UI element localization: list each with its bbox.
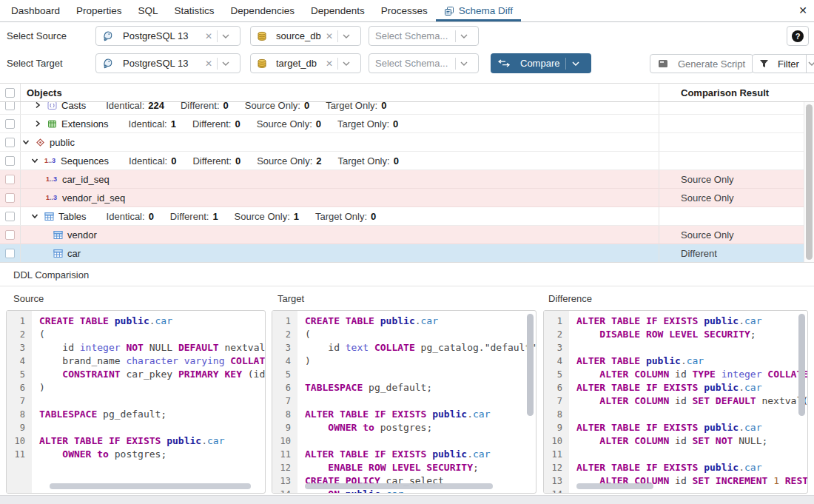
clear-icon[interactable]: ✕ — [205, 59, 212, 68]
chevron-down-icon[interactable] — [343, 61, 350, 66]
target-db-value: target_db — [276, 58, 321, 69]
code-line — [576, 408, 807, 421]
tab-properties[interactable]: Properties — [68, 0, 130, 21]
combo-divider — [217, 58, 218, 70]
target-schema-combo[interactable]: Select Schema... — [369, 53, 479, 73]
select-all-checkbox[interactable] — [5, 88, 15, 98]
chevron-down-icon — [808, 61, 814, 66]
expand-chevron-right-icon[interactable] — [34, 102, 41, 109]
object-label: Sequences — [61, 155, 109, 167]
code-line: ( — [39, 328, 265, 341]
tab-processes[interactable]: Processes — [373, 0, 436, 21]
object-label: Extensions — [61, 118, 109, 130]
sequence-icon: 1..3 — [44, 157, 56, 164]
horizontal-scrollbar-thumb[interactable] — [50, 483, 251, 489]
code-line: ALTER TABLE IF EXISTS public.car — [39, 434, 265, 448]
chevron-down-icon[interactable] — [572, 61, 579, 66]
source-server-combo[interactable]: PostgreSQL 13 ✕ — [95, 26, 240, 46]
row-public[interactable]: public — [0, 133, 814, 152]
row-casts[interactable]: CastsIdentical:224Different:0Source Only… — [0, 102, 814, 115]
code-line: ENABLE ROW LEVEL SECURITY; — [305, 461, 536, 474]
chevron-down-icon[interactable] — [343, 34, 350, 38]
comparison-result-value: Source Only — [659, 189, 814, 206]
select-target-row: Select Target PostgreSQL 13 ✕ target_db … — [0, 53, 479, 73]
row-vendor-id-seq[interactable]: 1..3vendor_id_seqSource Only — [0, 189, 814, 207]
expand-chevron-right-icon[interactable] — [34, 120, 41, 127]
code-line: OWNER to postgres; — [305, 421, 536, 434]
ddl-panel-headers: Source Target Difference — [0, 286, 814, 310]
tab-sql[interactable]: SQL — [130, 0, 166, 21]
row-checkbox[interactable] — [5, 193, 15, 203]
tab-label: Statistics — [175, 5, 215, 16]
row-checkbox[interactable] — [5, 230, 15, 240]
code-line: ALTER TABLE IF EXISTS public.car — [576, 461, 807, 474]
row-checkbox[interactable] — [5, 102, 15, 110]
row-checkbox[interactable] — [5, 212, 15, 221]
close-icon[interactable]: ✕ — [798, 4, 807, 16]
row-extensions[interactable]: ExtensionsIdentical:1Different:0Source O… — [0, 115, 814, 133]
code-line: ( — [305, 328, 536, 341]
chevron-down-icon[interactable] — [222, 34, 229, 38]
row-car[interactable]: carDifferent — [0, 244, 814, 262]
expand-chevron-down-icon[interactable] — [31, 212, 38, 220]
code-line — [305, 368, 536, 381]
compare-button[interactable]: Compare — [491, 53, 591, 73]
object-label: Tables — [58, 211, 87, 222]
chevron-down-icon[interactable] — [222, 61, 229, 66]
comparison-result-value: Source Only — [659, 226, 814, 243]
target-ddl-code: CREATE TABLE public.car( id text COLLATE… — [297, 311, 536, 493]
help-button[interactable]: ? — [787, 26, 809, 46]
source-ddl-editor: 1234567891011 CREATE TABLE public.car( i… — [6, 310, 266, 494]
chevron-down-icon[interactable] — [460, 34, 468, 38]
row-vendor[interactable]: vendorSource Only — [0, 226, 814, 244]
row-tables[interactable]: TablesIdentical:0Different:1Source Only:… — [0, 207, 814, 226]
source-database-combo[interactable]: source_db ✕ — [250, 26, 361, 46]
expand-chevron-down-icon[interactable] — [22, 138, 30, 146]
tab-schema-diff[interactable]: Schema Diff — [436, 0, 521, 21]
scrollbar-thumb[interactable] — [806, 104, 813, 260]
target-database-combo[interactable]: target_db ✕ — [250, 53, 361, 73]
schema-icon — [36, 138, 45, 147]
row-checkbox[interactable] — [5, 119, 15, 129]
table-icon — [53, 230, 63, 240]
code-line: ALTER TABLE IF EXISTS public.car — [576, 315, 807, 328]
horizontal-scrollbar-thumb[interactable] — [576, 483, 653, 489]
clear-icon[interactable]: ✕ — [326, 32, 333, 41]
filter-button[interactable]: Filter — [752, 54, 814, 73]
tab-dependencies[interactable]: Dependencies — [223, 0, 303, 21]
code-line: brand_name character varying COLLATE — [39, 355, 265, 368]
code-line: ALTER COLUMN id TYPE integer COLLATE — [576, 368, 807, 381]
source-ddl-code: CREATE TABLE public.car( id integer NOT … — [32, 311, 265, 493]
row-sequences[interactable]: 1..3SequencesIdentical:0Different:0Sourc… — [0, 152, 814, 170]
code-line: CREATE TABLE public.car — [305, 315, 536, 328]
row-checkbox[interactable] — [5, 156, 15, 166]
expand-chevron-down-icon[interactable] — [31, 157, 38, 164]
row-checkbox[interactable] — [5, 175, 15, 184]
line-number-gutter: 1234567891011121314 — [272, 311, 297, 493]
filter-dropdown-toggle[interactable] — [806, 55, 814, 73]
clear-icon[interactable]: ✕ — [326, 59, 333, 68]
tab-dashboard[interactable]: Dashboard — [3, 0, 68, 21]
chevron-down-icon[interactable] — [460, 61, 468, 66]
objects-column-header: Objects — [21, 84, 659, 101]
tab-dependents[interactable]: Dependents — [303, 0, 373, 21]
code-line — [305, 434, 536, 448]
panel-tab-bar: DashboardPropertiesSQLStatisticsDependen… — [0, 0, 814, 22]
code-line: ) — [39, 381, 265, 394]
generate-script-button[interactable]: Generate Script — [650, 54, 753, 73]
comparison-result-value: Different — [659, 244, 814, 262]
clear-icon[interactable]: ✕ — [205, 32, 212, 41]
horizontal-scrollbar-thumb[interactable] — [305, 483, 493, 489]
tab-statistics[interactable]: Statistics — [166, 0, 223, 21]
row-checkbox[interactable] — [5, 249, 15, 258]
source-schema-combo[interactable]: Select Schema... — [369, 26, 479, 46]
bottom-horizontal-scrollbar[interactable] — [0, 495, 814, 504]
row-checkbox[interactable] — [5, 138, 15, 147]
row-car-id-seq[interactable]: 1..3car_id_seqSource Only — [0, 170, 814, 189]
vertical-scrollbar-thumb[interactable] — [527, 314, 534, 416]
vertical-scrollbar-thumb[interactable] — [798, 314, 805, 416]
target-server-combo[interactable]: PostgreSQL 13 ✕ — [95, 53, 240, 73]
tab-label: Dependents — [311, 5, 365, 16]
target-schema-placeholder: Select Schema... — [375, 58, 451, 69]
grid-vertical-scrollbar[interactable] — [804, 102, 814, 262]
